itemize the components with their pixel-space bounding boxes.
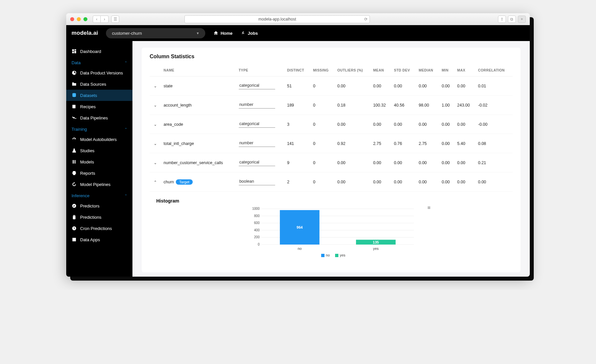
cell-outliers: 0.18: [335, 96, 371, 115]
folder-icon: [72, 81, 77, 87]
sidebar-group-label: Inference: [72, 193, 89, 198]
expand-toggle[interactable]: ⌄: [150, 172, 161, 192]
sidebar-item-cron-predictions[interactable]: Cron Predictions: [66, 223, 132, 234]
sidebar-toggle-button[interactable]: ☰: [111, 16, 119, 23]
histogram-chart: ≡ 02004006008001000964no135yesnoyes: [245, 207, 417, 260]
cell-missing: 0: [310, 172, 334, 192]
chevron-down-icon: ⌄: [154, 160, 157, 165]
sidebar-item-model-autobuilders[interactable]: Model Autobuilders: [66, 134, 132, 145]
sidebar-item-label: Model Pipelines: [80, 182, 111, 187]
url-bar[interactable]: modela-app.localhost ⟳: [184, 15, 370, 23]
stats-table: NAMETYPEDISTINCTMISSINGOUTLIERS (%)MEANS…: [150, 64, 513, 192]
sidebar-item-data-product-versions[interactable]: Data Product Versions: [66, 67, 132, 78]
chevron-up-icon: ⌃: [124, 194, 127, 198]
sidebar-item-label: Data Product Versions: [80, 70, 123, 75]
chart-menu-icon[interactable]: ≡: [427, 205, 430, 211]
sidebar-item-recipes[interactable]: Recipes: [66, 101, 132, 112]
project-selector[interactable]: customer-churn ▼: [106, 28, 205, 38]
y-tick-label: 1000: [252, 207, 260, 210]
bar-chart-svg: 02004006008001000964no135yesnoyes: [245, 207, 417, 260]
sidebar-group-inference[interactable]: Inference⌃: [66, 190, 132, 200]
close-window-icon[interactable]: [70, 17, 74, 21]
cell-type[interactable]: categorical: [236, 115, 284, 134]
cell-distinct: 141: [284, 134, 311, 153]
clock-icon: [72, 226, 77, 231]
cell-min: 1.00: [439, 96, 455, 115]
cell-stddev: 0.00: [391, 115, 416, 134]
cell-type[interactable]: categorical: [236, 76, 284, 96]
expand-toggle[interactable]: ⌄: [150, 153, 161, 172]
content-area: Column Statistics NAMETYPEDISTINCTMISSIN…: [132, 41, 530, 277]
maximize-window-icon[interactable]: [83, 17, 87, 21]
sidebar-item-label: Recipes: [80, 104, 96, 109]
sidebar-item-data-pipelines[interactable]: Data Pipelines: [66, 112, 132, 123]
reload-icon[interactable]: ⟳: [364, 17, 368, 22]
dashboard-icon: [72, 49, 77, 54]
expand-toggle[interactable]: ⌄: [150, 96, 161, 115]
sidebar-group-data[interactable]: Data⌃: [66, 57, 132, 67]
cell-missing: 0: [310, 153, 334, 172]
cell-missing: 0: [310, 134, 334, 153]
cell-type[interactable]: number: [236, 134, 284, 153]
expand-toggle[interactable]: ⌄: [150, 134, 161, 153]
y-tick-label: 200: [254, 235, 260, 239]
column-statistics-card: Column Statistics NAMETYPEDISTINCTMISSIN…: [142, 48, 521, 272]
cell-type[interactable]: boolean: [236, 172, 284, 192]
cell-corr: 0.21: [475, 153, 513, 172]
cell-type[interactable]: number: [236, 96, 284, 115]
back-button[interactable]: ‹: [93, 16, 101, 23]
sidebar-item-data-apps[interactable]: Data Apps: [66, 234, 132, 245]
cell-stddev: 0.00: [391, 76, 416, 96]
table-row: ⌄area_codecategorical300.000.000.000.000…: [150, 115, 513, 134]
sidebar-item-models[interactable]: Models: [66, 156, 132, 167]
cell-mean: 0.00: [371, 172, 391, 192]
sidebar-item-label: Predictors: [80, 204, 100, 208]
sidebar-item-studies[interactable]: Studies: [66, 145, 132, 156]
col-name: NAME: [161, 64, 236, 76]
legend-swatch: [321, 254, 324, 257]
cell-name: number_customer_service_calls: [161, 153, 236, 172]
sidebar-item-label: Cron Predictions: [80, 226, 112, 231]
cell-distinct: 2: [284, 172, 311, 192]
sidebar-item-predictors[interactable]: Predictors: [66, 200, 132, 211]
chevron-down-icon: ⌄: [154, 84, 157, 88]
new-tab-button[interactable]: +: [518, 16, 526, 23]
sidebar-item-label: Data Sources: [80, 82, 106, 87]
cell-stddev: 0.00: [391, 153, 416, 172]
col-distinct: DISTINCT: [284, 64, 311, 76]
sidebar-item-model-pipelines[interactable]: Model Pipelines: [66, 179, 132, 190]
sidebar-item-reports[interactable]: Reports: [66, 167, 132, 179]
col-mean: MEAN: [371, 64, 391, 76]
tabs-button[interactable]: ⧉: [508, 16, 516, 23]
sidebar-item-data-sources[interactable]: Data Sources: [66, 78, 132, 90]
sidebar-item-predictions[interactable]: Predictions: [66, 211, 132, 223]
nav-jobs[interactable]: Jobs: [240, 30, 258, 36]
col-max: MAX: [455, 64, 475, 76]
nav-home[interactable]: Home: [213, 30, 232, 36]
cell-median: 0.00: [416, 153, 439, 172]
expand-toggle[interactable]: ⌄: [150, 115, 161, 134]
share-button[interactable]: ⇪: [498, 16, 506, 23]
printer-icon: [72, 170, 77, 176]
cell-median: 0.00: [416, 172, 439, 192]
cell-missing: 0: [310, 115, 334, 134]
minimize-window-icon[interactable]: [77, 17, 81, 21]
sidebar-item-label: Dashboard: [80, 49, 101, 54]
cell-outliers: 0.00: [335, 115, 371, 134]
legend-swatch: [335, 254, 338, 257]
histogram-panel: Histogram ≡ 02004006008001000964no135yes…: [150, 194, 513, 262]
expand-toggle[interactable]: ⌄: [150, 76, 161, 96]
table-row: ⌄number_customer_service_callscategorica…: [150, 153, 513, 172]
gauge-icon: [72, 137, 77, 142]
cell-stddev: 40.56: [391, 96, 416, 115]
sidebar-item-dashboard[interactable]: Dashboard: [66, 46, 132, 57]
sidebar-item-label: Datasets: [80, 93, 97, 98]
cell-stddev: 0.00: [391, 172, 416, 192]
cell-type[interactable]: categorical: [236, 153, 284, 172]
forward-button[interactable]: ›: [101, 16, 109, 23]
sidebar-item-datasets[interactable]: Datasets: [66, 90, 132, 101]
sidebar-item-label: Models: [80, 159, 94, 164]
y-tick-label: 800: [254, 214, 260, 218]
sidebar-group-training[interactable]: Training⌃: [66, 123, 132, 134]
cell-name: total_intl_charge: [161, 134, 236, 153]
